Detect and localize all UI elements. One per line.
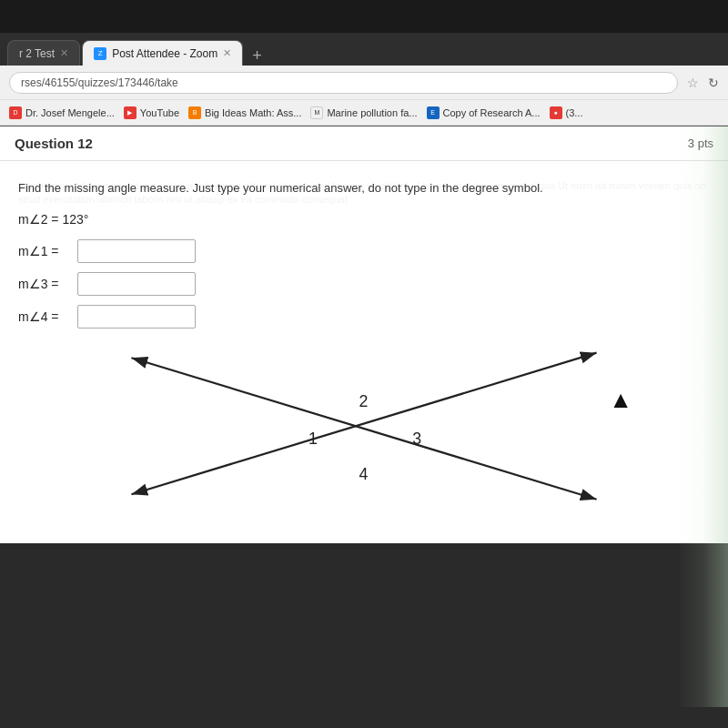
bookmark-extra[interactable]: ● (3...: [550, 106, 583, 119]
new-tab-button[interactable]: +: [245, 46, 269, 66]
tab-zoom[interactable]: Z Post Attendee - Zoom ✕: [82, 40, 243, 66]
question-body: Lorem ipsum dolor sit amet consectetur a…: [18, 179, 710, 520]
bookmark-research-icon: E: [427, 106, 440, 119]
bookmark-mengele-icon: D: [9, 106, 22, 119]
angle1-row: m∠1 =: [18, 239, 710, 263]
question-number: Question 12: [15, 136, 93, 151]
angle1-diagram-label: 1: [308, 429, 318, 447]
tab-zoom-close[interactable]: ✕: [223, 47, 231, 59]
angle3-row: m∠3 =: [18, 272, 710, 296]
tab-r2test[interactable]: r 2 Test ✕: [7, 40, 80, 66]
angle-diagram: 1 2 3 4: [18, 338, 710, 520]
diagram-area: 1 2 3 4: [18, 338, 710, 520]
bookmark-research[interactable]: E Copy of Research A...: [427, 106, 541, 119]
address-bar: rses/46155/quizzes/173446/take ☆ ↻: [0, 66, 728, 100]
zoom-icon: Z: [94, 47, 106, 60]
bookmark-mengele-label: Dr. Josef Mengele...: [25, 107, 115, 118]
bookmark-research-label: Copy of Research A...: [443, 107, 541, 118]
browser-chrome: r 2 Test ✕ Z Post Attendee - Zoom ✕ + rs…: [0, 33, 728, 126]
bookmark-youtube-icon: ▶: [124, 106, 136, 119]
url-bar[interactable]: rses/46155/quizzes/173446/take: [9, 72, 678, 94]
top-bar: [0, 0, 728, 33]
angle4-label: m∠4 =: [18, 309, 77, 324]
angle4-row: m∠4 =: [18, 305, 710, 329]
bookmark-mengele[interactable]: D Dr. Josef Mengele...: [9, 106, 115, 119]
bookmark-marine-icon: M: [310, 106, 323, 119]
tab-bar: r 2 Test ✕ Z Post Attendee - Zoom ✕ +: [0, 33, 728, 66]
instructions-text: Find the missing angle measure. Just typ…: [18, 179, 710, 197]
bookmark-youtube[interactable]: ▶ YouTube: [124, 106, 179, 119]
angle1-label: m∠1 =: [18, 244, 77, 258]
question-header: Question 12 3 pts: [0, 126, 728, 161]
angle3-input[interactable]: [77, 272, 196, 296]
url-text: rses/46155/quizzes/173446/take: [21, 76, 178, 89]
angle3-label: m∠3 =: [18, 277, 77, 291]
angle4-input[interactable]: [77, 305, 196, 329]
bookmark-youtube-label: YouTube: [140, 107, 179, 118]
tab-r2test-label: r 2 Test: [19, 47, 55, 60]
given-value-text: m∠2 = 123°: [18, 212, 710, 227]
bookmark-marine-label: Marine pollution fa...: [327, 107, 417, 118]
angle4-diagram-label: 4: [359, 464, 368, 482]
question-pts: 3 pts: [688, 136, 713, 150]
bookmark-star-icon[interactable]: ☆: [687, 76, 699, 90]
bookmark-bigideas-label: Big Ideas Math: Ass...: [205, 107, 301, 118]
tab-zoom-label: Post Attendee - Zoom: [112, 47, 217, 60]
bookmark-extra-icon: ●: [550, 106, 562, 119]
angle2-diagram-label: 2: [359, 391, 368, 410]
bookmarks-bar: D Dr. Josef Mengele... ▶ YouTube B Big I…: [0, 100, 728, 126]
question-content: Lorem ipsum dolor sit amet consectetur a…: [0, 161, 728, 543]
bookmark-extra-label: (3...: [566, 107, 583, 118]
angle1-input[interactable]: [77, 239, 196, 263]
bookmark-marine[interactable]: M Marine pollution fa...: [310, 106, 417, 119]
question-container: Question 12 3 pts Lorem ipsum dolor sit …: [0, 126, 728, 543]
refresh-icon[interactable]: ↻: [708, 76, 719, 90]
bookmark-bigideas[interactable]: B Big Ideas Math: Ass...: [188, 106, 301, 119]
tab-r2test-close[interactable]: ✕: [60, 47, 68, 59]
page-wrapper: Question 12 3 pts Lorem ipsum dolor sit …: [0, 126, 728, 707]
angle3-diagram-label: 3: [412, 429, 421, 447]
bookmark-bigideas-icon: B: [188, 106, 201, 119]
